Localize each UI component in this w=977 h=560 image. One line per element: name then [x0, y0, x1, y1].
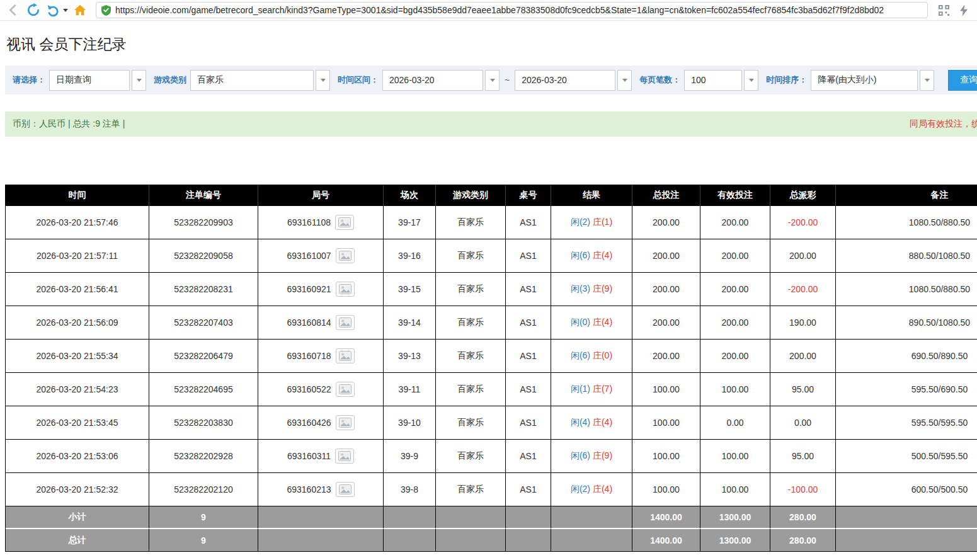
- filter-bar: 请选择： 日期查询 游戏类别 百家乐 时间区间： 2026-03-20 ~ 20…: [5, 66, 977, 94]
- cell-note: 1080.50/880.50: [836, 273, 977, 306]
- cell-total-bet[interactable]: 100.00: [632, 373, 700, 406]
- cell-session: 39-9: [384, 440, 436, 473]
- browser-toolbar: https://videoie.com/game/betrecord_searc…: [0, 0, 977, 21]
- table-row: 2026-03-20 21:56:09 523282207403 6931608…: [6, 306, 977, 340]
- chevron-down-icon: [137, 79, 142, 82]
- cell-result: 闲(2) 庄(1): [551, 206, 632, 239]
- cell-total-bet[interactable]: 100.00: [632, 440, 700, 473]
- result-image-button[interactable]: [335, 449, 354, 464]
- cell-session: 39-11: [384, 373, 436, 406]
- query-type-dropdown-button[interactable]: [132, 70, 146, 91]
- subtotal-count: 9: [149, 506, 258, 529]
- cell-total-bet[interactable]: 100.00: [632, 406, 700, 440]
- game-type-label: 游戏类别: [154, 74, 186, 86]
- cell-table-no: AS1: [506, 239, 551, 273]
- cell-payout: 200.00: [770, 239, 836, 273]
- page-size-dropdown-button[interactable]: [744, 70, 758, 91]
- select-type-label: 请选择：: [13, 74, 45, 86]
- cell-note: 600.50/500.50: [836, 473, 977, 506]
- cell-bet-id: 523282202928: [149, 440, 258, 473]
- cell-note: 595.50/595.50: [836, 406, 977, 440]
- result-image-button[interactable]: [336, 282, 355, 297]
- qr-code-icon[interactable]: [935, 2, 952, 18]
- cell-total-bet[interactable]: 200.00: [632, 340, 700, 373]
- cell-session: 39-14: [384, 306, 436, 340]
- cell-valid-bet: 0.00: [700, 406, 770, 440]
- currency-summary-text: 币别：人民币 | 总共 :9 注单 |: [13, 118, 125, 130]
- cell-round: 693161007: [258, 239, 384, 273]
- header-note: 备注: [836, 185, 977, 206]
- date-from-dropdown-button[interactable]: [485, 70, 500, 91]
- cell-bet-id: 523282209058: [149, 239, 258, 273]
- cell-result: 闲(4) 庄(4): [551, 406, 632, 440]
- back-icon[interactable]: [5, 2, 21, 18]
- result-image-button[interactable]: [336, 248, 355, 263]
- cell-total-bet[interactable]: 200.00: [632, 306, 700, 340]
- cell-session: 39-13: [384, 340, 436, 373]
- cell-time: 2026-03-20 21:52:32: [6, 473, 149, 506]
- undo-dropdown-caret[interactable]: [63, 9, 68, 12]
- result-image-button[interactable]: [336, 482, 355, 497]
- cell-time: 2026-03-20 21:54:23: [6, 373, 149, 406]
- cell-session: 39-16: [384, 239, 436, 273]
- cell-game-type: 百家乐: [436, 306, 506, 340]
- cell-valid-bet: 200.00: [700, 239, 770, 273]
- cell-valid-bet: 200.00: [700, 340, 770, 373]
- subtotal-row: 小计 9 1400.00 1300.00 280.00: [6, 506, 977, 529]
- cell-total-bet[interactable]: 200.00: [632, 273, 700, 306]
- result-image-button[interactable]: [336, 382, 355, 397]
- bet-records-table: 时间 注单编号 局号 场次 游戏类别 桌号 结果 总投注 有效投注 总派彩 备注…: [5, 185, 977, 552]
- query-type-value[interactable]: 日期查询: [49, 70, 130, 91]
- result-image-button[interactable]: [336, 348, 355, 363]
- lightning-icon[interactable]: [956, 2, 972, 18]
- subtotal-valid-bet: 1300.00: [700, 506, 770, 529]
- cell-bet-id: 523282208231: [149, 273, 258, 306]
- cell-valid-bet: 100.00: [700, 473, 770, 506]
- search-button[interactable]: 查询: [948, 70, 977, 91]
- sort-order-value[interactable]: 降幂(由大到小): [811, 70, 918, 91]
- game-type-select[interactable]: 百家乐: [190, 70, 330, 91]
- undo-icon[interactable]: [45, 2, 62, 18]
- game-type-value[interactable]: 百家乐: [190, 70, 314, 91]
- address-bar[interactable]: https://videoie.com/game/betrecord_searc…: [96, 2, 928, 18]
- result-player: 闲(6): [571, 350, 590, 360]
- cell-payout: -100.00: [770, 473, 836, 506]
- notice-text: 同局有效投注，统一计算在该局: [910, 118, 977, 130]
- cell-note: 890.50/1080.50: [836, 306, 977, 340]
- cell-total-bet[interactable]: 100.00: [632, 473, 700, 506]
- page-size-select[interactable]: 100: [684, 70, 758, 91]
- cell-table-no: AS1: [506, 306, 551, 340]
- result-image-button[interactable]: [335, 215, 354, 230]
- home-icon[interactable]: [72, 2, 88, 18]
- date-to-value[interactable]: 2026-03-20: [515, 70, 615, 91]
- result-banker: 庄(4): [593, 317, 612, 327]
- table-row: 2026-03-20 21:57:11 523282209058 6931610…: [6, 239, 977, 273]
- sort-order-dropdown-button[interactable]: [920, 70, 934, 91]
- date-from-picker[interactable]: 2026-03-20: [382, 70, 500, 91]
- table-row: 2026-03-20 21:55:34 523282206479 6931607…: [6, 340, 977, 373]
- cell-bet-id: 523282206479: [149, 340, 258, 373]
- cell-time: 2026-03-20 21:57:11: [6, 239, 149, 273]
- game-type-dropdown-button[interactable]: [316, 70, 330, 91]
- cell-total-bet[interactable]: 200.00: [632, 239, 700, 273]
- date-to-picker[interactable]: 2026-03-20: [515, 70, 632, 91]
- cell-valid-bet: 200.00: [700, 273, 770, 306]
- refresh-icon[interactable]: [25, 2, 42, 18]
- url-text: https://videoie.com/game/betrecord_searc…: [115, 5, 884, 15]
- date-from-value[interactable]: 2026-03-20: [382, 70, 483, 91]
- cell-time: 2026-03-20 21:55:34: [6, 340, 149, 373]
- date-to-dropdown-button[interactable]: [617, 70, 632, 91]
- query-type-select[interactable]: 日期查询: [49, 70, 146, 91]
- cell-round: 693160921: [258, 273, 384, 306]
- table-row: 2026-03-20 21:56:41 523282208231 6931609…: [6, 273, 977, 306]
- chevron-down-icon: [622, 79, 627, 82]
- sort-order-select[interactable]: 降幂(由大到小): [811, 70, 934, 91]
- cell-bet-id: 523282207403: [149, 306, 258, 340]
- cell-bet-id: 523282204695: [149, 373, 258, 406]
- page-size-value[interactable]: 100: [684, 70, 742, 91]
- result-banker: 庄(9): [593, 450, 612, 460]
- cell-bet-id: 523282202120: [149, 473, 258, 506]
- result-image-button[interactable]: [336, 415, 355, 430]
- cell-total-bet[interactable]: 200.00: [632, 206, 700, 239]
- result-image-button[interactable]: [336, 315, 355, 330]
